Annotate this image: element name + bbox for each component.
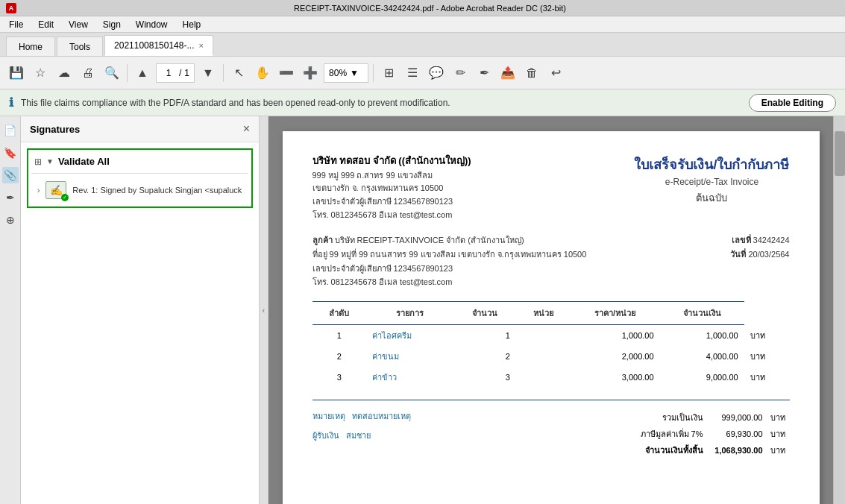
row2-name: ค่าขนม — [366, 346, 453, 367]
vat-unit: บาท — [767, 426, 790, 442]
validate-all-header[interactable]: ⊞ ▼ Validate All — [31, 153, 248, 170]
company-address2: เขตบางรัก จ. กรุงเทพมหานคร 10500 — [312, 182, 471, 195]
menu-bar: File Edit View Sign Window Help — [0, 16, 845, 33]
panel-close-button[interactable]: × — [243, 122, 250, 136]
row3-amount: 9,000.00 — [660, 367, 744, 388]
comment-button[interactable]: 💬 — [426, 63, 447, 84]
tab-home-label: Home — [19, 42, 43, 52]
row1-name: ค่าไอศครีม — [366, 324, 453, 346]
subtotal-amount: 999,000.00 — [708, 409, 767, 426]
zoom-box[interactable]: 80% ▼ — [324, 63, 368, 83]
col-price: ราคา/หน่วย — [571, 301, 660, 324]
sidebar-attachment-icon[interactable]: 📎 — [2, 167, 19, 183]
table-row: 3 ค่าข้าว 3 3,000.00 9,000.00 บาท — [312, 367, 790, 388]
next-page-button[interactable]: ▼ — [198, 63, 219, 84]
scrollbar-thumb[interactable] — [835, 131, 845, 176]
menu-edit[interactable]: Edit — [32, 18, 60, 31]
tab-home[interactable]: Home — [6, 37, 55, 56]
menu-file[interactable]: File — [3, 18, 29, 31]
print-button[interactable]: 🖨 — [78, 63, 98, 84]
zoom-out-toolbar-button[interactable]: 🔍 — [101, 63, 122, 84]
menu-view[interactable]: View — [63, 18, 94, 31]
receiver-name: สมชาย — [346, 431, 371, 440]
company-info: บริษัท ทดสอบ จำกัด ((สำนักงานใหญ่)) 999 … — [312, 154, 471, 221]
sidebar-bookmark-icon[interactable]: 🔖 — [2, 145, 19, 161]
col-qty: จำนวน — [453, 301, 516, 324]
tab-tools-label: Tools — [69, 42, 90, 52]
row2-unit — [516, 346, 571, 367]
panel-header: Signatures × — [21, 116, 259, 142]
note-label: หมายเหตุ — [312, 412, 345, 420]
sign-button[interactable]: ✒ — [474, 63, 494, 84]
pdf-area: บริษัท ทดสอบ จำกัด ((สำนักงานใหญ่)) 999 … — [268, 116, 833, 504]
tab-document[interactable]: 20211008150148-... × — [104, 35, 213, 56]
vat-label: ภาษีมูลค่าเพิ่ม 7% — [636, 426, 708, 442]
row2-no: 2 — [312, 346, 367, 367]
menu-sign[interactable]: Sign — [97, 18, 127, 31]
title-bar-text: RECEIPT-TAXINVOICE-34242424.pdf - Adobe … — [21, 4, 839, 13]
company-address1: 999 หมู่ 999 ถ.สาทร 99 แขวงสีลม — [312, 169, 471, 183]
row3-unit — [516, 367, 571, 388]
total-label: จำนวนเงินทั้งสิ้น — [636, 442, 708, 459]
scrollbar[interactable] — [833, 116, 845, 504]
app-icon: A — [6, 3, 16, 13]
signature-icon: ✍ ✓ — [45, 181, 66, 199]
save-button[interactable]: 💾 — [6, 63, 27, 84]
col-amount: จำนวนเงิน — [660, 301, 744, 324]
pdf-page: บริษัท ทดสอบ จำกัด ((สำนักงานใหญ่)) 999 … — [283, 131, 820, 504]
tab-close-button[interactable]: × — [198, 41, 203, 50]
zoom-in-button[interactable]: ➕ — [300, 63, 321, 84]
bookmark-button[interactable]: ☆ — [30, 63, 51, 84]
row1-qty: 1 — [453, 324, 516, 346]
zoom-dropdown-icon[interactable]: ▼ — [350, 68, 359, 78]
signatures-panel: Signatures × ⊞ ▼ Validate All › ✍ ✓ Rev.… — [21, 116, 260, 504]
table-bottom-border — [312, 400, 790, 400]
panel-title: Signatures — [30, 124, 80, 135]
validate-expand-icon: ▼ — [46, 157, 54, 166]
signature-item[interactable]: › ✍ ✓ Rev. 1: Signed by Supaluck Singjan… — [31, 177, 248, 204]
footer-totals: รวมเป็นเงิน 999,000.00 บาท ภาษีมูลค่าเพิ… — [636, 409, 790, 459]
info-icon: ℹ — [9, 95, 13, 110]
doc-date-row: วันที่ 20/03/2564 — [670, 248, 790, 262]
export-button[interactable]: 📤 — [497, 63, 518, 84]
subtotal-label: รวมเป็นเงิน — [636, 409, 708, 426]
customer-address: ที่อยู่ 99 หมู่ที่ 99 ถนนสาทร 99 แขวงสีล… — [312, 248, 587, 262]
panel-collapse-arrow[interactable]: ‹ — [260, 116, 268, 504]
zoom-out-button[interactable]: ➖ — [276, 63, 297, 84]
note-value: ทดสอบหมายเหตุ — [352, 412, 411, 420]
customer-label-name: ลูกค้า บริษัท RECEIPT-TAXINVOICE จำกัด (… — [312, 233, 587, 248]
row1-no: 1 — [312, 324, 367, 346]
cloud-button[interactable]: ☁ — [54, 63, 75, 84]
sidebar-layers-icon[interactable]: ⊕ — [2, 212, 19, 228]
footer-signee: ผู้รับเงิน สมชาย — [312, 429, 636, 442]
main-layout: 📄 🔖 📎 ✒ ⊕ Signatures × ⊞ ▼ Validate All … — [0, 116, 845, 504]
pdf-header: บริษัท ทดสอบ จำกัด ((สำนักงานใหญ่)) 999 … — [312, 154, 790, 221]
highlight-button[interactable]: ✏ — [450, 63, 471, 84]
enable-editing-button[interactable]: Enable Editing — [749, 94, 836, 112]
doc-title-th: ใบเสร็จรับเงิน/ใบกำกับภาษี — [634, 154, 789, 175]
receiver-label: ผู้รับเงิน — [312, 431, 339, 440]
hand-tool-button[interactable]: ✋ — [252, 63, 273, 84]
col-no: ลำดับ — [312, 301, 367, 324]
select-tool-button[interactable]: ↖ — [228, 63, 249, 84]
customer-section: ลูกค้า บริษัท RECEIPT-TAXINVOICE จำกัด (… — [312, 233, 790, 289]
info-bar: ℹ This file claims compliance with the P… — [0, 89, 845, 116]
page-input[interactable] — [161, 68, 176, 78]
tab-tools[interactable]: Tools — [57, 37, 103, 56]
menu-window[interactable]: Window — [130, 18, 174, 31]
delete-button[interactable]: 🗑 — [521, 63, 542, 84]
validate-all-section: ⊞ ▼ Validate All › ✍ ✓ Rev. 1: Signed by… — [27, 148, 253, 208]
sidebar-signature-icon[interactable]: ✒ — [2, 189, 19, 206]
row1-amount: 1,000.00 — [660, 324, 744, 346]
items-table: ลำดับ รายการ จำนวน หน่วย ราคา/หน่วย จำนว… — [312, 301, 790, 388]
fit-page-button[interactable]: ⊞ — [378, 63, 399, 84]
col-unit: หน่วย — [516, 301, 571, 324]
row3-name: ค่าข้าว — [366, 367, 453, 388]
scroll-button[interactable]: ☰ — [402, 63, 423, 84]
menu-help[interactable]: Help — [177, 18, 207, 31]
doc-number-area: เลขที่ 34242424 วันที่ 20/03/2564 — [670, 233, 790, 289]
customer-info: ลูกค้า บริษัท RECEIPT-TAXINVOICE จำกัด (… — [312, 233, 587, 289]
undo-button[interactable]: ↩ — [545, 63, 566, 84]
prev-page-button[interactable]: ▲ — [132, 63, 153, 84]
sidebar-page-icon[interactable]: 📄 — [2, 122, 19, 139]
